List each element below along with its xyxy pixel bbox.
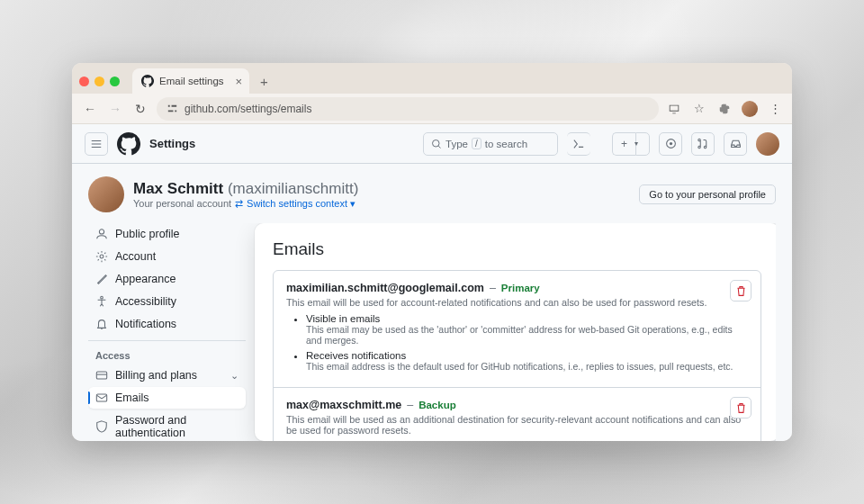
reload-button[interactable]: ↻ (131, 102, 149, 116)
svg-point-2 (669, 142, 671, 145)
install-app-icon[interactable] (666, 101, 682, 117)
delete-email-button[interactable] (730, 280, 752, 302)
chevron-down-icon: ⌄ (230, 370, 238, 382)
trash-icon (735, 402, 747, 414)
issue-icon (665, 138, 677, 149)
extensions-icon[interactable] (716, 101, 733, 117)
back-button[interactable]: ← (81, 102, 99, 116)
mail-icon (95, 392, 108, 404)
email-address: max@maxschmitt.me (286, 399, 401, 411)
separator: – (407, 399, 413, 411)
new-tab-button[interactable]: + (255, 74, 274, 89)
panel-heading: Emails (273, 239, 761, 259)
profile-heading-row: Max Schmitt (maximilianschmitt) Your per… (88, 176, 776, 212)
issues-button[interactable] (659, 132, 682, 156)
svg-rect-6 (96, 394, 106, 401)
browser-window: Email settings × + ← → ↻ github.com/sett… (72, 63, 792, 441)
trash-icon (735, 285, 747, 297)
nav-menu-button[interactable] (85, 132, 108, 156)
delete-email-button[interactable] (730, 397, 752, 418)
sidebar-item-password[interactable]: Password and authentication (88, 410, 246, 441)
notifications-button[interactable] (724, 132, 747, 156)
email-property: Visible in emailsThis email may be used … (306, 313, 748, 346)
close-window-button[interactable] (79, 76, 89, 86)
site-header: Settings Type / to search + ▾ (72, 124, 792, 164)
email-badge: Primary (501, 283, 540, 293)
address-bar: ← → ↻ github.com/settings/emails ☆ ⋮ (72, 94, 792, 124)
page-content: Settings Type / to search + ▾ (72, 124, 792, 441)
svg-rect-5 (96, 372, 106, 379)
user-avatar[interactable] (756, 132, 779, 156)
sidebar-item-label: Appearance (115, 273, 176, 285)
person-icon (95, 228, 108, 240)
property-title: Visible in emails (306, 313, 380, 324)
site-settings-icon (166, 102, 179, 115)
sidebar-item-label: Public profile (115, 228, 180, 240)
tab-email-settings[interactable]: Email settings × (132, 68, 249, 94)
email-badge: Backup (418, 400, 456, 410)
search-hint-key: / (472, 138, 482, 149)
browser-profile-avatar[interactable] (742, 101, 758, 117)
goto-profile-button[interactable]: Go to your personal profile (639, 184, 776, 204)
sidebar-item-label: Emails (115, 392, 149, 404)
sidebar-item-accessibility[interactable]: Accessibility (88, 291, 246, 312)
sidebar-item-account[interactable]: Account (88, 246, 246, 267)
minimize-window-button[interactable] (94, 76, 104, 86)
svg-point-3 (100, 255, 104, 258)
pr-icon (698, 138, 709, 149)
paintbrush-icon (95, 273, 108, 285)
sidebar-item-public-profile[interactable]: Public profile (88, 223, 246, 245)
sidebar-item-label: Password and authentication (115, 414, 238, 439)
accessibility-icon (95, 295, 108, 308)
sidebar-item-label: Accessibility (115, 295, 176, 308)
sidebar-item-label: Billing and plans (115, 369, 197, 382)
switch-context-label: Switch settings context (247, 198, 347, 209)
sidebar-item-appearance[interactable]: Appearance (88, 268, 246, 290)
sidebar-section-access: Access (88, 340, 246, 364)
property-desc: This email address is the default used f… (306, 361, 748, 372)
email-entry: maximilian.schmitt@googlemail.com – Prim… (274, 271, 760, 388)
profile-name: Max Schmitt (maximilianschmitt) (133, 180, 358, 198)
create-new-button[interactable]: + ▾ (612, 132, 650, 156)
property-desc: This email may be used as the 'author' o… (306, 324, 748, 346)
site-search[interactable]: Type / to search (423, 132, 558, 156)
inbox-icon (730, 138, 742, 149)
email-description: This email will be used as an additional… (286, 414, 748, 436)
separator: – (490, 282, 496, 294)
sidebar-item-label: Notifications (115, 318, 176, 330)
command-palette-button[interactable] (567, 132, 590, 156)
tab-strip: Email settings × + (72, 63, 792, 94)
window-controls (79, 76, 120, 86)
profile-display-name: Max Schmitt (133, 180, 223, 197)
terminal-icon (572, 139, 585, 149)
email-list: maximilian.schmitt@googlemail.com – Prim… (273, 270, 761, 441)
forward-button[interactable]: → (106, 102, 124, 116)
sidebar-item-billing[interactable]: Billing and plans⌄ (88, 364, 246, 386)
switch-icon: ⇄ (235, 198, 243, 210)
profile-sub: Your personal account ⇄ Switch settings … (133, 198, 358, 210)
page-name: Settings (149, 137, 195, 150)
switch-context-link[interactable]: Switch settings context ▾ (247, 198, 356, 210)
close-tab-button[interactable]: × (235, 75, 242, 88)
caret-down-icon: ▾ (634, 140, 638, 148)
settings-sidebar: Public profile Account Appearance Access… (88, 223, 246, 441)
sidebar-item-notifications[interactable]: Notifications (88, 313, 246, 335)
maximize-window-button[interactable] (110, 76, 120, 86)
pull-requests-button[interactable] (691, 132, 715, 156)
bookmark-icon[interactable]: ☆ (691, 101, 707, 117)
profile-account-type: Your personal account (133, 198, 231, 209)
plus-icon: + (621, 138, 627, 150)
search-icon (431, 139, 442, 149)
credit-card-icon (95, 369, 108, 382)
email-entry: max@maxschmitt.me – Backup This email wi… (274, 388, 760, 441)
profile-avatar[interactable] (88, 176, 124, 212)
sidebar-item-emails[interactable]: Emails (88, 387, 246, 409)
search-hint-pre: Type (446, 139, 468, 149)
profile-username: (maximilianschmitt) (228, 180, 358, 197)
url-input[interactable]: github.com/settings/emails (157, 97, 659, 121)
emails-panel: Emails maximilian.schmitt@googlemail.com… (255, 223, 776, 441)
sidebar-item-label: Account (115, 250, 156, 263)
browser-menu-icon[interactable]: ⋮ (767, 101, 783, 117)
svg-point-4 (101, 296, 104, 299)
github-logo-icon[interactable] (117, 132, 140, 156)
